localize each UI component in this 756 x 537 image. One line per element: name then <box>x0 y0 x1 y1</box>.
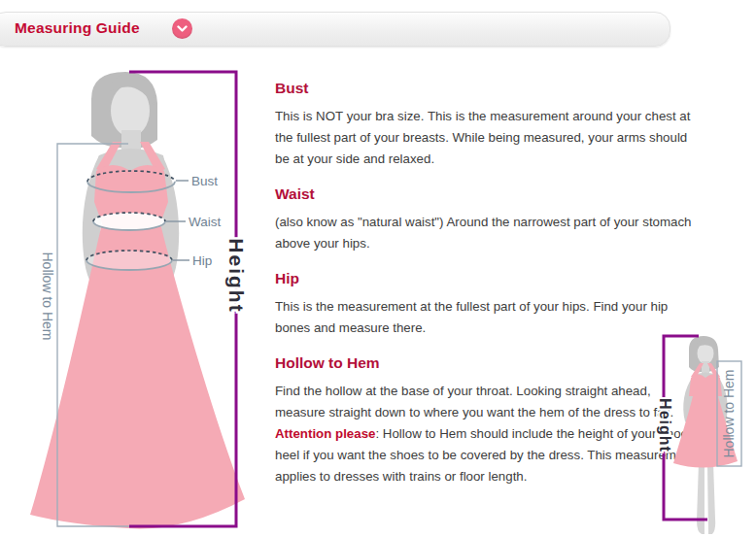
mini-left-leg <box>697 462 704 534</box>
height-diagram-small: Hollow to Hem Height <box>641 328 756 537</box>
hip-label: Hip <box>192 253 212 268</box>
hip-heading: Hip <box>275 270 703 287</box>
height-label: Height <box>225 238 248 313</box>
waist-description: (also know as "natural waist") Around th… <box>275 212 703 254</box>
hollow-to-hem-heading: Hollow to Hem <box>275 354 703 372</box>
hollow-to-hem-description: Find the hollow at the base of your thro… <box>275 381 703 487</box>
measuring-guide-header[interactable]: Measuring Guide <box>0 12 670 47</box>
hollow-text-start: Find the hollow at the base of your thro… <box>275 384 673 420</box>
waist-heading: Waist <box>275 185 703 203</box>
bust-label: Bust <box>191 174 218 188</box>
bust-description: This is NOT your bra size. This is the m… <box>275 106 703 170</box>
measurement-diagram: Bust Waist Hip Hollow to Hem Height <box>27 60 249 536</box>
attention-please-label: Attention please <box>275 426 375 441</box>
page-title: Measuring Guide <box>15 19 140 37</box>
bust-heading: Bust <box>275 80 703 97</box>
waist-label: Waist <box>189 215 221 229</box>
measuring-guide-page: Measuring Guide Bust Wai <box>0 0 756 537</box>
mini-hollow-label: Hollow to Hem <box>721 369 737 457</box>
mini-height-label: Height <box>657 398 673 453</box>
chevron-glyph <box>177 25 188 33</box>
chevron-down-icon[interactable] <box>172 18 192 39</box>
hollow-to-hem-label: Hollow to Hem <box>40 252 55 340</box>
measurement-descriptions: Bust This is NOT your bra size. This is … <box>275 78 703 487</box>
mini-neck <box>702 361 709 373</box>
mini-right-leg <box>707 462 715 534</box>
hip-description: This is the measurement at the fullest p… <box>275 296 703 339</box>
